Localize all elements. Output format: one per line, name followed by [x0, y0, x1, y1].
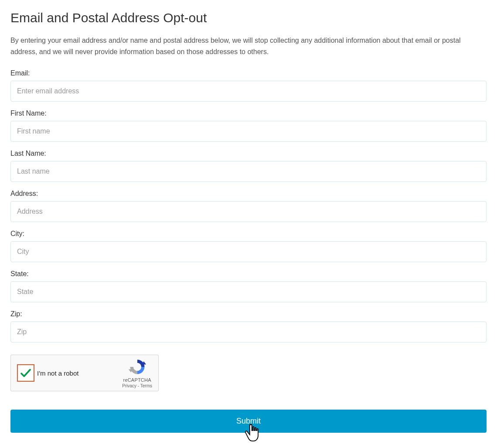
city-input[interactable]: [10, 241, 487, 262]
first-name-group: First Name:: [10, 109, 487, 142]
last-name-input[interactable]: [10, 161, 487, 182]
recaptcha-terms-link[interactable]: Terms: [140, 383, 152, 388]
recaptcha-widget: I'm not a robot reCAPTCHA Privacy - Term…: [10, 355, 159, 391]
zip-group: Zip:: [10, 310, 487, 342]
email-group: Email:: [10, 69, 487, 102]
page-title: Email and Postal Address Opt-out: [10, 10, 487, 25]
zip-input[interactable]: [10, 321, 487, 342]
recaptcha-branding: reCAPTCHA Privacy - Terms: [122, 357, 152, 389]
first-name-input[interactable]: [10, 121, 487, 142]
first-name-label: First Name:: [10, 109, 487, 117]
state-input[interactable]: [10, 281, 487, 302]
recaptcha-links: Privacy - Terms: [122, 383, 152, 389]
email-input[interactable]: [10, 81, 487, 102]
state-group: State:: [10, 270, 487, 302]
page-description: By entering your email address and/or na…: [10, 35, 487, 57]
email-label: Email:: [10, 69, 487, 77]
state-label: State:: [10, 270, 487, 278]
opt-out-form: Email: First Name: Last Name: Address: C…: [10, 69, 487, 433]
last-name-group: Last Name:: [10, 150, 487, 182]
recaptcha-separator: -: [136, 383, 140, 388]
recaptcha-icon: [128, 357, 147, 376]
zip-label: Zip:: [10, 310, 487, 318]
recaptcha-left: I'm not a robot: [17, 364, 78, 382]
submit-button[interactable]: Submit: [10, 410, 487, 433]
recaptcha-label: I'm not a robot: [37, 369, 78, 377]
address-label: Address:: [10, 190, 487, 198]
city-label: City:: [10, 230, 487, 238]
recaptcha-checkbox[interactable]: [17, 364, 34, 382]
address-input[interactable]: [10, 201, 487, 222]
address-group: Address:: [10, 190, 487, 222]
city-group: City:: [10, 230, 487, 262]
recaptcha-brand-text: reCAPTCHA: [122, 377, 152, 383]
recaptcha-privacy-link[interactable]: Privacy: [122, 383, 136, 388]
check-icon: [19, 366, 32, 380]
last-name-label: Last Name:: [10, 150, 487, 157]
